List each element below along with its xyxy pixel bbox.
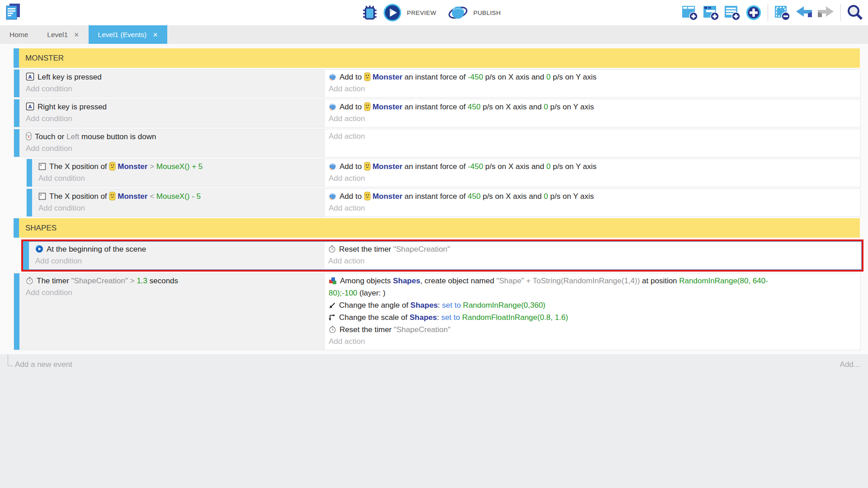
actions-cell[interactable]: Add to Monster an instant force of 450 p… xyxy=(325,189,860,216)
event-drag-bar[interactable] xyxy=(14,218,19,238)
add-action-button[interactable]: Add action xyxy=(328,255,855,267)
action-line[interactable]: Reset the timer "ShapeCreation" xyxy=(328,243,855,255)
action-line[interactable]: Add to Monster an instant force of 450 p… xyxy=(329,101,854,113)
event-row[interactable]: The timer "ShapeCreation" > 1.3 secondsA… xyxy=(14,273,861,350)
action-line[interactable]: Among objects Shapes, create object name… xyxy=(329,275,854,299)
tab-level1-events[interactable]: Level1 (Events)× xyxy=(89,25,167,44)
events-sheet: MONSTERALeft key is pressedAdd condition… xyxy=(0,44,868,488)
event-drag-bar[interactable] xyxy=(14,70,19,97)
conditions-cell[interactable]: The timer "ShapeCreation" > 1.3 secondsA… xyxy=(19,273,325,350)
conditions-cell[interactable]: Touch or Left mouse button is downAdd co… xyxy=(19,129,325,157)
add-more-button[interactable]: Add... xyxy=(840,360,860,369)
condition-line[interactable]: The timer "ShapeCreation" > 1.3 seconds xyxy=(26,275,321,287)
tab-label: Home xyxy=(9,31,28,39)
text-span: p/s on X axis and xyxy=(481,103,544,111)
actions-cell[interactable]: Add to Monster an instant force of -450 … xyxy=(325,159,860,187)
event-row[interactable]: Touch or Left mouse button is downAdd co… xyxy=(14,129,861,157)
event-drag-bar[interactable] xyxy=(14,48,19,68)
tab-close-icon[interactable]: × xyxy=(153,31,158,39)
condition-line[interactable]: Touch or Left mouse button is down xyxy=(26,131,321,143)
action-line[interactable]: Add to Monster an instant force of -450 … xyxy=(329,71,854,83)
remove-event-button[interactable] xyxy=(774,4,791,21)
comment-label[interactable]: MONSTER xyxy=(19,48,860,68)
add-subevent-button[interactable] xyxy=(703,4,720,21)
add-action-button[interactable]: Add action xyxy=(329,131,854,142)
actions-cell[interactable]: Add to Monster an instant force of -450 … xyxy=(325,70,860,97)
add-new-event-button[interactable]: Add a new event xyxy=(15,360,72,369)
undo-button[interactable] xyxy=(795,5,813,20)
text-span: an instant force of xyxy=(402,103,468,111)
toolbar-right xyxy=(681,4,863,21)
event-drag-bar[interactable] xyxy=(27,159,32,187)
action-line[interactable]: Add to Monster an instant force of -450 … xyxy=(329,160,854,173)
text-span: an instant force of xyxy=(402,162,468,171)
actions-cell[interactable]: Reset the timer "ShapeCreation"Add actio… xyxy=(325,242,861,269)
search-button[interactable] xyxy=(846,4,863,21)
tab-close-icon[interactable]: × xyxy=(74,31,79,39)
action-line[interactable]: Add to Monster an instant force of 450 p… xyxy=(329,190,854,202)
tab-level1[interactable]: Level1× xyxy=(38,25,88,44)
event-row[interactable]: ALeft key is pressedAdd conditionAdd to … xyxy=(14,69,861,98)
event-drag-bar[interactable] xyxy=(27,189,32,216)
actions-cell[interactable]: Add action xyxy=(325,129,860,157)
comment-row[interactable]: SHAPES xyxy=(14,218,860,238)
add-condition-button[interactable]: Add condition xyxy=(26,143,321,155)
event-drag-bar[interactable] xyxy=(14,99,19,127)
condition-line[interactable]: ALeft key is pressed xyxy=(26,71,321,83)
debug-button[interactable] xyxy=(362,5,378,21)
add-condition-button[interactable]: Add condition xyxy=(26,287,321,299)
play-icon xyxy=(35,245,43,253)
text-span: "ShapeCreation" xyxy=(71,277,128,285)
add-action-button[interactable]: Add action xyxy=(329,336,854,347)
add-action-button[interactable]: Add action xyxy=(329,83,854,95)
event-row[interactable]: At the beginning of the sceneAdd conditi… xyxy=(23,241,862,270)
tab-label: Level1 xyxy=(47,31,68,39)
condition-line[interactable]: ARight key is pressed xyxy=(26,101,321,113)
force-icon xyxy=(329,192,336,200)
preview-button[interactable] xyxy=(383,4,401,22)
add-action-button[interactable]: Add action xyxy=(329,202,854,214)
angle-icon xyxy=(329,302,336,309)
event-drag-bar[interactable] xyxy=(24,242,29,269)
conditions-cell[interactable]: The X position of Monster > MouseX() + 5… xyxy=(32,159,325,187)
add-condition-button[interactable]: Add condition xyxy=(38,202,321,214)
action-line[interactable]: Change the angle of Shapes: set to Rando… xyxy=(329,299,854,311)
event-drag-bar[interactable] xyxy=(14,129,19,157)
actions-cell[interactable]: Among objects Shapes, create object name… xyxy=(325,273,860,350)
event-drag-bar[interactable] xyxy=(14,273,19,350)
publish-button[interactable] xyxy=(448,4,468,22)
project-manager-button[interactable] xyxy=(5,3,21,22)
text-span: Add to xyxy=(340,73,364,81)
add-event-button[interactable] xyxy=(681,4,698,21)
conditions-cell[interactable]: ALeft key is pressedAdd condition xyxy=(19,70,325,97)
text-span: MouseX() - 5 xyxy=(156,192,201,201)
text-span: Monster xyxy=(373,192,402,201)
actions-cell[interactable]: Add to Monster an instant force of 450 p… xyxy=(325,99,860,127)
condition-line[interactable]: The X position of Monster < MouseX() - 5 xyxy=(38,190,321,202)
conditions-cell[interactable]: ARight key is pressedAdd condition xyxy=(19,99,325,127)
add-comment-button[interactable] xyxy=(724,4,741,21)
add-action-button[interactable]: Add action xyxy=(329,173,854,184)
event-row[interactable]: ARight key is pressedAdd conditionAdd to… xyxy=(14,99,861,127)
redo-button[interactable] xyxy=(817,5,835,20)
action-line[interactable]: Change the scale of Shapes: set to Rando… xyxy=(329,311,854,324)
comment-label[interactable]: SHAPES xyxy=(19,218,860,238)
event-row[interactable]: The X position of Monster > MouseX() + 5… xyxy=(26,159,861,187)
comment-row[interactable]: MONSTER xyxy=(14,48,860,68)
add-condition-button[interactable]: Add condition xyxy=(26,83,321,95)
condition-line[interactable]: At the beginning of the scene xyxy=(35,243,320,255)
event-row[interactable]: The X position of Monster < MouseX() - 5… xyxy=(26,188,861,217)
toolbar-separator xyxy=(840,4,841,21)
tab-home[interactable]: Home xyxy=(0,25,38,44)
text-span: Monster xyxy=(118,162,147,171)
action-line[interactable]: Reset the timer "ShapeCreation" xyxy=(329,324,854,336)
text-span: : xyxy=(438,301,442,310)
add-condition-button[interactable]: Add condition xyxy=(38,173,321,184)
conditions-cell[interactable]: At the beginning of the sceneAdd conditi… xyxy=(29,242,325,269)
conditions-cell[interactable]: The X position of Monster < MouseX() - 5… xyxy=(32,189,325,216)
add-action-button[interactable]: Add action xyxy=(329,113,854,125)
condition-line[interactable]: The X position of Monster > MouseX() + 5 xyxy=(38,160,321,173)
add-new-button[interactable] xyxy=(745,4,762,21)
add-condition-button[interactable]: Add condition xyxy=(26,113,321,125)
add-condition-button[interactable]: Add condition xyxy=(35,255,320,267)
